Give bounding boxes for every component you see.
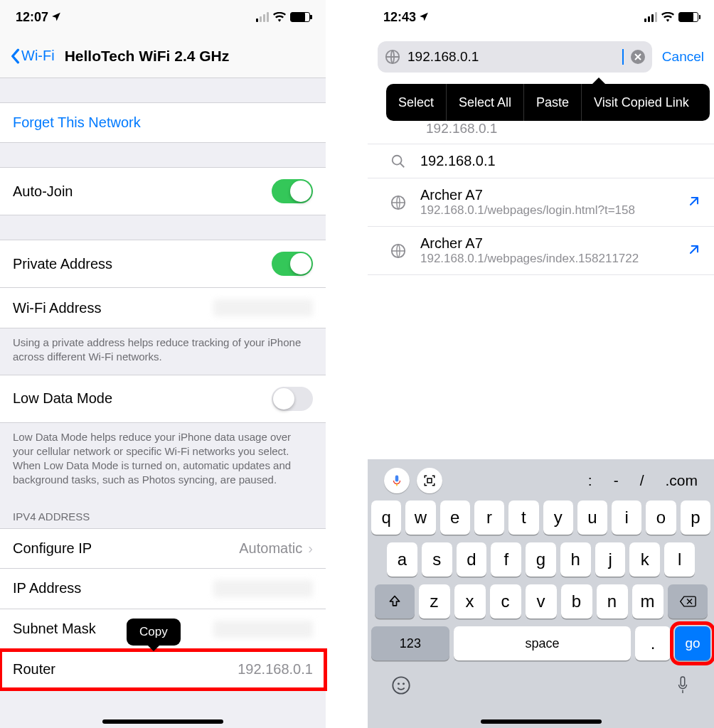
key-a[interactable]: a: [387, 542, 417, 577]
key-dot[interactable]: .: [635, 626, 671, 660]
wifi-icon: [273, 12, 286, 22]
wifi-address-label: Wi-Fi Address: [13, 300, 101, 316]
qr-scan-icon: [423, 474, 436, 487]
keyboard-shortcut-bar: : - / .com: [371, 465, 710, 500]
svg-point-1: [393, 155, 402, 164]
key-n[interactable]: n: [597, 584, 628, 619]
ip-address-value-redacted: [213, 580, 313, 597]
suggestion-history-faded[interactable]: 192.168.0.1: [368, 119, 714, 144]
key-s[interactable]: s: [422, 542, 452, 577]
arrow-open-icon[interactable]: [687, 194, 701, 211]
back-label: Wi-Fi: [21, 48, 55, 64]
backspace-icon: [679, 594, 696, 609]
svg-rect-4: [395, 476, 399, 482]
shortcut-colon[interactable]: :: [588, 472, 592, 489]
location-arrow-icon: [51, 10, 61, 25]
low-data-mode-switch[interactable]: [272, 387, 313, 411]
dictation-button[interactable]: [675, 675, 691, 698]
key-shift[interactable]: [375, 584, 415, 619]
low-data-mode-footer: Low Data Mode helps reduce your iPhone d…: [0, 423, 326, 498]
keyboard-bottom-row: [371, 668, 710, 698]
key-e[interactable]: e: [440, 500, 470, 535]
key-b[interactable]: b: [561, 584, 592, 619]
search-icon: [389, 154, 407, 169]
key-c[interactable]: c: [490, 584, 521, 619]
key-k[interactable]: k: [629, 542, 660, 577]
shortcut-slash[interactable]: /: [640, 472, 644, 489]
svg-point-6: [393, 677, 409, 693]
key-w[interactable]: w: [405, 500, 435, 535]
home-indicator[interactable]: [481, 719, 602, 724]
forget-network-button[interactable]: Forget This Network: [0, 102, 326, 143]
ipv4-section-header: IPV4 ADDRESS: [0, 498, 326, 528]
ctx-select[interactable]: Select: [386, 84, 446, 121]
cancel-button[interactable]: Cancel: [662, 49, 704, 65]
private-address-switch[interactable]: [272, 252, 313, 276]
ctx-visit-copied-link[interactable]: Visit Copied Link: [581, 84, 701, 121]
key-go[interactable]: go: [675, 626, 710, 660]
suggestion-search[interactable]: 192.168.0.1: [368, 144, 714, 178]
private-address-label: Private Address: [13, 256, 112, 272]
chevron-left-icon: [10, 48, 20, 64]
key-space[interactable]: space: [454, 626, 631, 660]
scan-qr-button[interactable]: [417, 468, 442, 493]
key-z[interactable]: z: [419, 584, 450, 619]
key-i[interactable]: i: [612, 500, 641, 535]
safari-url-entry-screen: 12:43 Cancel Select Select All Paste Vis…: [368, 0, 714, 728]
suggestion-page-1[interactable]: Archer A7 192.168.0.1/webpages/login.htm…: [368, 178, 714, 227]
cellular-bars-icon: [644, 12, 657, 22]
clear-text-button[interactable]: [631, 50, 645, 64]
home-indicator[interactable]: [102, 719, 223, 724]
ctx-paste[interactable]: Paste: [523, 84, 581, 121]
ip-address-label: IP Address: [13, 580, 81, 596]
key-r[interactable]: r: [474, 500, 504, 535]
emoji-button[interactable]: [391, 675, 411, 698]
key-d[interactable]: d: [457, 542, 487, 577]
keyboard-row-2: a s d f g h j k l: [371, 542, 710, 577]
copy-tooltip[interactable]: Copy: [127, 619, 181, 646]
key-t[interactable]: t: [508, 500, 538, 535]
key-m[interactable]: m: [632, 584, 664, 619]
url-field[interactable]: [378, 41, 652, 73]
suggestion-title: Archer A7: [420, 187, 674, 203]
key-p[interactable]: p: [681, 500, 710, 535]
subnet-mask-value-redacted: [213, 621, 313, 638]
auto-join-row: Auto-Join: [0, 167, 326, 215]
key-u[interactable]: u: [577, 500, 607, 535]
key-l[interactable]: l: [664, 542, 695, 577]
key-123[interactable]: 123: [371, 626, 449, 660]
key-backspace[interactable]: [668, 584, 708, 619]
key-j[interactable]: j: [595, 542, 626, 577]
svg-point-8: [403, 682, 405, 685]
key-x[interactable]: x: [454, 584, 486, 619]
key-f[interactable]: f: [491, 542, 521, 577]
key-g[interactable]: g: [526, 542, 556, 577]
page-title: HelloTech WiFi 2.4 GHz: [65, 48, 230, 65]
router-row[interactable]: Router 192.168.0.1: [0, 650, 326, 690]
wifi-icon: [661, 12, 674, 22]
shortcut-dash[interactable]: -: [614, 472, 619, 489]
suggestion-title: Archer A7: [420, 235, 674, 252]
suggestion-page-2[interactable]: Archer A7 192.168.0.1/webpages/index.158…: [368, 227, 714, 275]
svg-rect-9: [681, 677, 685, 686]
configure-ip-row[interactable]: Configure IP Automatic›: [0, 528, 326, 569]
shortcut-dotcom[interactable]: .com: [665, 472, 698, 489]
key-v[interactable]: v: [526, 584, 557, 619]
key-h[interactable]: h: [560, 542, 591, 577]
private-address-footer: Using a private address helps reduce tra…: [0, 328, 326, 375]
back-button[interactable]: Wi-Fi: [10, 48, 55, 64]
router-label: Router: [13, 661, 55, 678]
ctx-select-all[interactable]: Select All: [446, 84, 523, 121]
key-o[interactable]: o: [646, 500, 676, 535]
ip-address-row[interactable]: IP Address: [0, 569, 326, 609]
arrow-open-icon[interactable]: [687, 242, 701, 259]
globe-icon: [389, 195, 407, 210]
key-q[interactable]: q: [371, 500, 401, 535]
voice-search-button[interactable]: [384, 468, 410, 493]
battery-icon: [678, 12, 698, 22]
url-input[interactable]: [407, 49, 617, 65]
auto-join-switch[interactable]: [272, 179, 313, 203]
key-y[interactable]: y: [543, 500, 573, 535]
location-arrow-icon: [419, 10, 429, 25]
status-bar: 12:07: [0, 0, 326, 34]
